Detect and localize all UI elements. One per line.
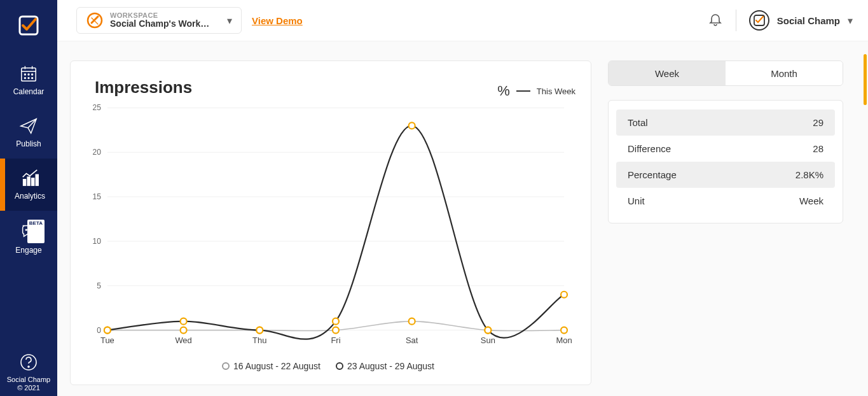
impressions-line-chart: 0510152025TueWedThuFriSatSunMon <box>81 101 575 356</box>
svg-point-9 <box>28 78 29 79</box>
svg-point-52 <box>333 318 339 325</box>
svg-point-46 <box>409 318 415 325</box>
workspace-name: Social Champ's Worksp… <box>110 19 212 29</box>
svg-text:10: 10 <box>93 237 102 246</box>
chart-bottom-legend: 16 August - 22 August 23 August - 29 Aug… <box>81 361 575 371</box>
sidebar-item-label: Engage <box>15 246 41 255</box>
workspace-icon <box>86 11 104 29</box>
svg-point-10 <box>32 78 33 79</box>
svg-text:15: 15 <box>93 192 102 201</box>
chevron-down-icon: ▾ <box>227 15 232 27</box>
svg-point-6 <box>28 74 29 75</box>
footer-copyright: © 2021 <box>7 384 50 392</box>
svg-point-53 <box>409 122 415 129</box>
svg-text:Tue: Tue <box>100 336 114 345</box>
help-icon[interactable] <box>19 353 38 372</box>
svg-point-51 <box>256 327 263 334</box>
legend-prev-label: 16 August - 22 August <box>233 361 320 371</box>
stat-value: Week <box>799 195 823 206</box>
stat-label: Unit <box>628 195 645 206</box>
scroll-indicator[interactable] <box>864 54 867 105</box>
legend-top-label: This Week <box>537 87 575 96</box>
stat-label: Percentage <box>628 169 677 180</box>
stat-value: 28 <box>813 143 823 154</box>
stats-card: Total29Difference28Percentage2.8K%UnitWe… <box>608 100 843 223</box>
svg-rect-13 <box>27 177 30 185</box>
workspace-label: WORKSPACE <box>110 11 212 19</box>
svg-text:20: 20 <box>93 148 102 157</box>
brand-logo <box>0 8 57 43</box>
bell-icon <box>708 11 723 27</box>
svg-text:Sat: Sat <box>406 336 418 345</box>
sidebar: Calendar Publish Analytics <box>0 0 57 396</box>
chart-title: Impressions <box>95 78 192 97</box>
segment-week[interactable]: Week <box>609 61 726 85</box>
stat-value: 29 <box>813 117 823 128</box>
svg-text:Mon: Mon <box>556 336 572 345</box>
svg-text:0: 0 <box>97 326 101 335</box>
view-demo-link[interactable]: View Demo <box>252 15 303 26</box>
sidebar-item-label: Calendar <box>13 87 45 96</box>
svg-point-8 <box>24 78 25 79</box>
svg-text:Sun: Sun <box>481 336 495 345</box>
stat-row: Total29 <box>616 110 835 136</box>
sidebar-footer: Social Champ © 2021 <box>7 353 50 396</box>
svg-point-55 <box>561 292 567 298</box>
svg-text:25: 25 <box>93 103 102 112</box>
svg-point-48 <box>561 327 567 334</box>
analytics-icon <box>19 169 41 188</box>
legend-curr-range[interactable]: 23 August - 29 August <box>336 361 434 371</box>
time-range-segmented: Week Month <box>608 60 843 86</box>
check-logo-icon <box>754 15 765 26</box>
checkbox-arrow-logo-icon <box>17 13 41 38</box>
legend-line-swatch <box>516 90 530 92</box>
percent-symbol: % <box>497 83 510 99</box>
user-name: Social Champ <box>777 15 840 26</box>
user-menu[interactable]: Social Champ ▾ <box>749 10 853 31</box>
top-bar: WORKSPACE Social Champ's Worksp… ▾ View … <box>57 0 868 41</box>
sidebar-item-label: Analytics <box>15 192 45 201</box>
svg-point-16 <box>25 229 27 230</box>
sidebar-item-label: Publish <box>16 139 41 148</box>
divider <box>736 10 736 31</box>
svg-point-5 <box>24 74 25 75</box>
svg-point-54 <box>485 327 491 334</box>
svg-point-20 <box>28 366 29 367</box>
paper-plane-icon <box>18 117 39 136</box>
workspace-selector[interactable]: WORKSPACE Social Champ's Worksp… ▾ <box>76 7 242 34</box>
stat-value: 2.8K% <box>796 169 823 180</box>
svg-text:Wed: Wed <box>175 336 191 345</box>
stat-label: Difference <box>628 143 671 154</box>
chevron-down-icon: ▾ <box>848 15 853 27</box>
main: WORKSPACE Social Champ's Worksp… ▾ View … <box>57 0 868 396</box>
sidebar-item-calendar[interactable]: Calendar <box>0 54 57 106</box>
svg-text:Thu: Thu <box>252 336 266 345</box>
legend-curr-label: 23 August - 29 August <box>347 361 434 371</box>
svg-rect-15 <box>36 174 38 185</box>
svg-text:Fri: Fri <box>331 336 340 345</box>
sidebar-item-publish[interactable]: Publish <box>0 106 57 159</box>
content-area: Impressions % This Week 0510152025TueWed… <box>57 41 868 396</box>
svg-point-43 <box>181 327 187 334</box>
legend-marker-prev-icon <box>222 362 230 370</box>
notifications-button[interactable] <box>708 11 723 29</box>
svg-point-7 <box>32 74 33 75</box>
svg-point-50 <box>181 318 187 325</box>
sidebar-item-engage[interactable]: BETA Engage <box>0 211 57 265</box>
stat-row: Difference28 <box>616 136 835 162</box>
beta-badge: BETA <box>27 220 45 243</box>
stat-row: Percentage2.8K% <box>616 162 835 188</box>
stat-label: Total <box>628 117 648 128</box>
svg-point-45 <box>333 327 339 334</box>
svg-point-49 <box>104 327 111 334</box>
sidebar-item-analytics[interactable]: Analytics <box>0 159 57 211</box>
segment-month[interactable]: Month <box>726 61 843 85</box>
chart-top-legend: % This Week <box>497 83 575 99</box>
legend-marker-curr-icon <box>336 362 343 370</box>
svg-text:5: 5 <box>97 281 101 290</box>
svg-rect-12 <box>24 180 26 185</box>
svg-rect-14 <box>32 178 34 185</box>
impressions-chart-card: Impressions % This Week 0510152025TueWed… <box>70 60 591 385</box>
legend-prev-range[interactable]: 16 August - 22 August <box>222 361 320 371</box>
footer-brand: Social Champ <box>7 376 50 384</box>
